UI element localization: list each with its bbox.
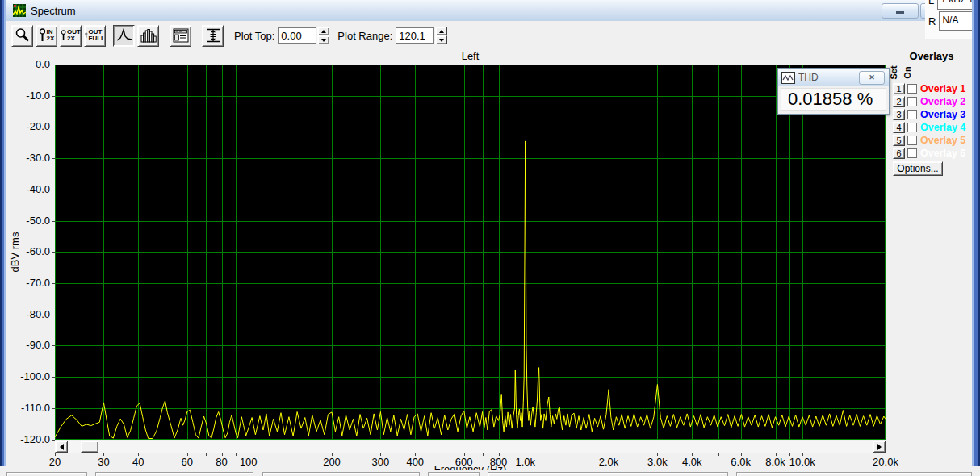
vertical-range-icon <box>205 27 221 44</box>
overlay-row: 1Overlay 1 <box>893 82 965 95</box>
thd-titlebar[interactable]: THD ✕ <box>778 69 889 86</box>
overlay-set-button[interactable]: 4 <box>893 122 905 133</box>
y-axis-label: -100.0 <box>0 370 50 382</box>
settings-dialog-button[interactable] <box>170 25 191 47</box>
overlay-on-checkbox[interactable] <box>907 84 917 94</box>
scroll-right-button[interactable] <box>873 441 886 453</box>
set-column-label: Set <box>889 65 898 79</box>
plot-range-input[interactable] <box>396 27 434 44</box>
y-axis-label: 0.0 <box>0 58 50 70</box>
y-axis-label: -80.0 <box>0 308 50 320</box>
zoom-out-2x-button[interactable]: OUT 2X <box>60 25 82 47</box>
thd-close-button[interactable]: ✕ <box>859 71 885 85</box>
zoom-out-label-bottom: 2X <box>67 35 75 42</box>
overlay-row: 2Overlay 2 <box>893 95 965 108</box>
scroll-left-button[interactable] <box>55 441 68 453</box>
overlay-label: Overlay 5 <box>920 135 965 146</box>
zoom-in-2x-button[interactable]: IN 2X <box>36 25 57 47</box>
left-arrow-icon <box>60 444 64 450</box>
y-axis-tick <box>52 96 55 97</box>
on-column-label: On <box>903 66 912 78</box>
overlays-heading: Overlays <box>891 50 972 62</box>
y-axis-label: -120.0 <box>0 433 50 445</box>
y-axis-tick <box>52 65 55 65</box>
overlay-on-checkbox[interactable] <box>907 97 917 106</box>
overlay-row: 4Overlay 4 <box>893 121 965 134</box>
minimize-button[interactable] <box>882 3 919 19</box>
spectrum-curve-icon <box>116 27 132 44</box>
overlay-on-checkbox[interactable] <box>907 123 917 132</box>
left-channel-label: L <box>928 0 934 6</box>
bar-graph-icon <box>140 27 157 44</box>
zoom-out-full-button[interactable]: OUT FULL <box>84 25 106 47</box>
overlay-rows: 1Overlay 12Overlay 23Overlay 34Overlay 4… <box>893 82 965 160</box>
app-window: Spectrum L 1 kHz 1 R N/A IN <box>0 0 980 476</box>
spectrum-window-titlebar[interactable]: Spectrum <box>6 0 925 22</box>
y-axis-tick <box>52 345 55 346</box>
spectrum-plot <box>55 65 886 440</box>
rta-bars-view-button[interactable] <box>137 25 159 47</box>
y-axis-label: -70.0 <box>0 277 50 289</box>
thd-window: THD ✕ 0.01858 % <box>777 68 890 115</box>
overlay-on-checkbox[interactable] <box>907 110 917 119</box>
y-axis-label: -20.0 <box>0 120 50 132</box>
window-title: Spectrum <box>31 5 76 17</box>
y-axis-tick <box>52 190 55 190</box>
y-axis-label: -50.0 <box>0 215 50 227</box>
horizontal-scrollbar[interactable] <box>55 441 886 453</box>
plot-range-tool-button[interactable] <box>202 25 224 47</box>
overlay-on-checkbox[interactable] <box>907 136 917 145</box>
left-channel-value[interactable]: 1 kHz 1 <box>937 0 972 10</box>
overlay-set-button[interactable]: 1 <box>893 83 905 94</box>
minimize-icon <box>896 11 904 14</box>
y-axis-label: -10.0 <box>0 90 50 102</box>
toolbar: IN 2X OUT 2X OUT FULL <box>6 21 972 50</box>
y-axis-tick <box>52 252 55 253</box>
y-axis-tick <box>52 127 55 127</box>
y-axis-tick <box>52 221 55 222</box>
overlay-label: Overlay 4 <box>920 122 965 133</box>
scrollbar-thumb[interactable] <box>81 441 98 453</box>
thd-value: 0.01858 % <box>781 88 886 111</box>
overlay-set-button[interactable]: 6 <box>893 148 905 159</box>
overlay-set-button[interactable]: 5 <box>893 135 905 146</box>
magnifier-icon <box>85 28 88 43</box>
y-axis-tick <box>52 408 55 409</box>
overlay-set-button[interactable]: 2 <box>893 96 905 107</box>
overlay-label: Overlay 1 <box>920 83 965 94</box>
magnifier-icon <box>39 28 46 43</box>
zoom-tool-button[interactable] <box>11 25 33 47</box>
y-axis-label: -40.0 <box>0 183 50 195</box>
overlay-row: 3Overlay 3 <box>893 108 965 121</box>
magnifier-icon <box>15 27 31 44</box>
plot-range-spin-up[interactable] <box>435 27 447 35</box>
plot-range-spin-down[interactable] <box>435 35 447 44</box>
plot-top-spin-up[interactable] <box>317 27 329 35</box>
y-axis-label: -60.0 <box>0 245 50 257</box>
y-axis-tick <box>52 377 55 378</box>
plot-top-spin-down[interactable] <box>317 35 329 44</box>
right-arrow-icon <box>877 444 882 450</box>
y-axis-label: -110.0 <box>0 402 50 414</box>
overlay-row: 6Overlay 6 <box>893 147 965 160</box>
dialog-form-icon <box>173 27 189 44</box>
overlay-set-button[interactable]: 3 <box>893 109 905 120</box>
magnifier-icon <box>61 28 66 43</box>
overlay-options-button[interactable]: Options... <box>893 161 943 176</box>
overlay-label: Overlay 3 <box>920 109 965 120</box>
spectrum-window-icon <box>13 4 26 17</box>
overlay-on-checkbox[interactable] <box>907 148 917 158</box>
zoom-full-label-bottom: FULL <box>89 35 105 42</box>
thd-title: THD <box>798 72 819 83</box>
y-axis-tick <box>52 315 55 315</box>
overlay-row: 5Overlay 5 <box>893 134 965 147</box>
plot-top-spinner <box>317 27 329 44</box>
channel-readout-panel: L 1 kHz 1 R N/A <box>925 0 972 39</box>
plot-range-label: Plot Range: <box>337 30 392 42</box>
right-channel-value[interactable]: N/A <box>939 11 972 31</box>
plot-top-input[interactable] <box>278 27 316 44</box>
spectrum-view-button[interactable] <box>113 25 135 47</box>
parent-window-right-border <box>972 0 980 466</box>
y-axis-label: -90.0 <box>0 339 50 351</box>
plot-range-spinner <box>435 27 447 44</box>
